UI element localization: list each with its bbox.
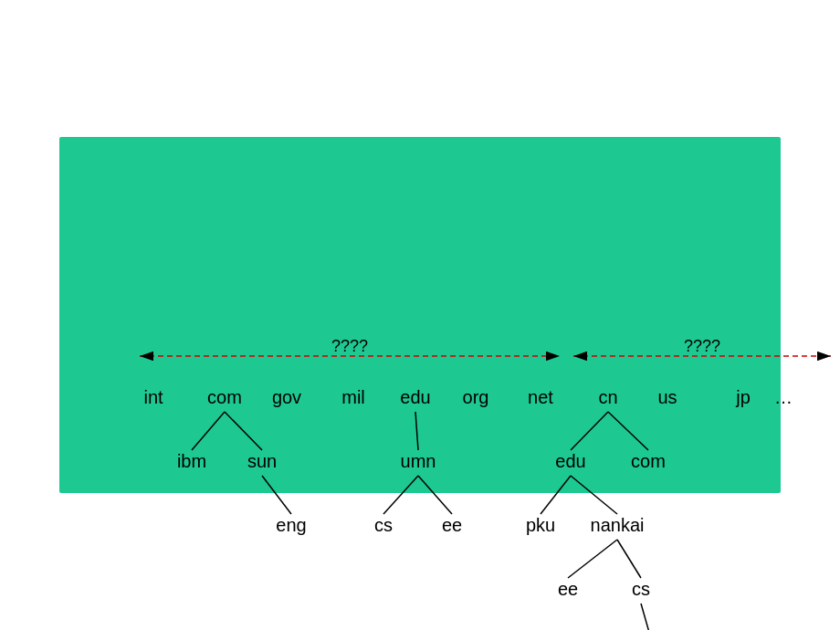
svg-text:????: ???? (684, 337, 720, 355)
svg-text:…: … (774, 387, 793, 407)
svg-text:cs: cs (374, 515, 393, 535)
svg-text:cs: cs (632, 579, 650, 599)
svg-text:mil: mil (341, 387, 365, 407)
svg-text:us: us (657, 387, 677, 407)
svg-text:com: com (631, 451, 666, 471)
svg-text:edu: edu (400, 387, 430, 407)
svg-text:nankai: nankai (591, 515, 645, 535)
svg-text:umn: umn (401, 451, 436, 471)
svg-line-11 (418, 476, 452, 514)
svg-text:cn: cn (598, 387, 617, 407)
svg-line-10 (383, 476, 418, 514)
svg-text:ibm: ibm (177, 451, 206, 471)
svg-text:????: ???? (331, 337, 368, 355)
svg-line-13 (608, 412, 648, 450)
svg-text:int: int (143, 387, 163, 407)
svg-text:com: com (207, 387, 242, 407)
svg-text:eng: eng (276, 515, 306, 535)
svg-text:edu: edu (555, 451, 585, 471)
svg-text:gov: gov (272, 387, 301, 407)
svg-line-16 (568, 540, 617, 578)
svg-line-6 (192, 412, 225, 450)
svg-text:org: org (463, 387, 489, 407)
svg-text:jp: jp (735, 387, 751, 407)
diagram-svg: ????????intcomgovmileduorgnetcnusjp…ibms… (59, 137, 781, 493)
svg-line-14 (541, 476, 571, 514)
diagram-container: ????????intcomgovmileduorgnetcnusjp…ibms… (59, 137, 781, 493)
svg-text:sun: sun (247, 451, 277, 471)
svg-text:ee: ee (558, 579, 578, 599)
svg-text:pku: pku (526, 515, 555, 535)
svg-line-8 (262, 476, 291, 514)
svg-text:ee: ee (442, 515, 462, 535)
svg-line-18 (641, 604, 652, 630)
svg-line-15 (571, 476, 617, 514)
svg-text:net: net (528, 387, 553, 407)
svg-line-12 (571, 412, 608, 450)
svg-line-7 (225, 412, 262, 450)
svg-line-17 (617, 540, 641, 578)
svg-line-9 (415, 412, 418, 450)
